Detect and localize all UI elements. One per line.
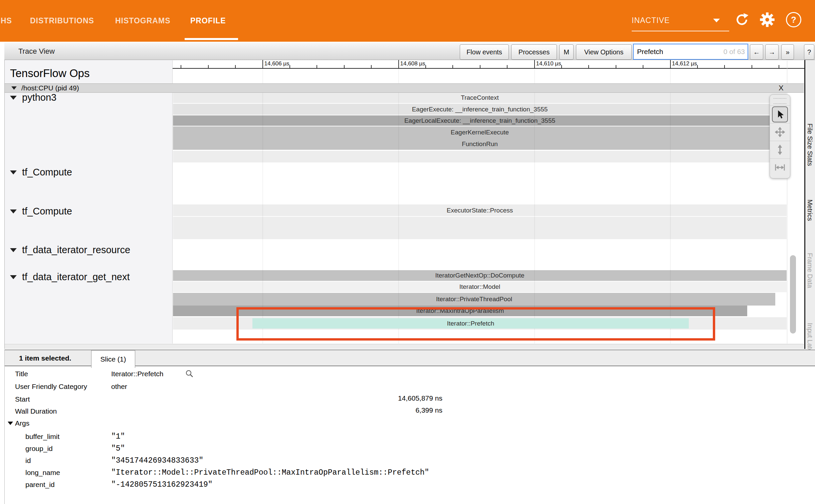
ruler-minor-tick <box>181 65 181 68</box>
track-group-tf-compute-2[interactable]: tf_Compute <box>10 206 72 217</box>
arg-key: parent_id <box>25 480 55 490</box>
details-panel: 1 item selected. Slice (1) Title Iterato… <box>4 350 815 504</box>
event-unlabeled-band[interactable] <box>173 217 787 239</box>
tensorboard-profiler-page: HS DISTRIBUTIONS HISTOGRAMS PROFILE INAC… <box>0 0 815 504</box>
event-trace-context[interactable]: TraceContext <box>173 92 787 103</box>
trace-search-input[interactable] <box>636 47 724 56</box>
help-icon[interactable]: ? <box>785 11 802 28</box>
button-label: Flow events <box>466 48 502 56</box>
event-label: Iterator::PrivateThreadPool <box>436 296 512 303</box>
sidebar-tab-frame-data[interactable]: Frame Data <box>806 253 814 288</box>
pan-icon <box>775 127 785 137</box>
prev-result-button[interactable]: ← <box>750 44 763 60</box>
slice-tab[interactable]: Slice (1) <box>91 350 135 368</box>
tab-profile[interactable]: PROFILE <box>190 0 226 42</box>
event-label: EagerExecute: __inference_train_function… <box>412 106 548 113</box>
slice-tab-label: Slice (1) <box>100 355 126 363</box>
args-expander[interactable]: Args <box>8 418 29 428</box>
field-value-category: other <box>111 382 127 392</box>
track-group-python3[interactable]: python3 <box>10 92 56 103</box>
timing-tool-button[interactable] <box>770 158 790 176</box>
event-iterator-max-intra-op-parallelism[interactable]: Iterator::MaxIntraOpParallelism <box>173 306 747 316</box>
event-label: FunctionRun <box>462 140 498 148</box>
field-label: User Friendly Category <box>15 382 87 392</box>
gridline <box>534 69 535 344</box>
event-iterator-model[interactable]: Iterator::Model <box>173 282 787 292</box>
tab-histograms[interactable]: HISTOGRAMS <box>115 0 170 42</box>
sidebar-tab-file-size-stats[interactable]: File Size Stats <box>806 123 814 166</box>
field-label: Start <box>15 394 30 404</box>
flow-events-button[interactable]: Flow events <box>460 44 509 60</box>
field-value-start: 14,605,879 ns <box>111 394 442 404</box>
event-label: ExecutorState::Process <box>447 207 513 214</box>
trace-help-button[interactable]: ? <box>804 44 814 60</box>
view-options-button[interactable]: View Options <box>576 44 632 60</box>
more-results-button[interactable]: » <box>781 44 794 60</box>
vertical-scrollbar[interactable] <box>790 255 796 334</box>
expander-icon[interactable] <box>11 86 17 90</box>
ruler-minor-tick <box>289 65 290 68</box>
palette-drag-handle[interactable] <box>770 97 790 105</box>
event-label: IteratorGetNextOp::DoCompute <box>435 272 524 279</box>
event-eager-execute[interactable]: EagerExecute: __inference_train_function… <box>173 104 787 115</box>
close-process-icon[interactable]: X <box>779 84 784 92</box>
m-button[interactable]: M <box>559 44 574 60</box>
event-unlabeled-band[interactable] <box>173 151 787 162</box>
arg-value: "345174426934833633" <box>111 456 203 466</box>
event-iterator-prefetch-selected[interactable]: Iterator::Prefetch <box>252 318 689 329</box>
ruler-minor-tick <box>344 65 345 68</box>
expander-icon[interactable] <box>10 170 17 174</box>
expander-icon[interactable] <box>10 275 17 279</box>
ruler-minor-tick <box>752 65 752 68</box>
magnifier-icon[interactable] <box>185 369 194 379</box>
search-result-count: 0 of 63 <box>724 48 745 56</box>
track-group-tf-data-iterator-resource[interactable]: tf_data_iterator_resource <box>10 244 130 256</box>
arg-key: group_id <box>25 444 53 454</box>
event-function-run[interactable]: FunctionRun <box>173 138 787 150</box>
event-eager-local-execute[interactable]: EagerLocalExecute: __inference_train_fun… <box>173 115 787 126</box>
expander-icon[interactable] <box>10 248 17 252</box>
track-group-tf-data-iterator-get-next[interactable]: tf_data_iterator_get_next <box>10 272 130 283</box>
tab-label: HISTOGRAMS <box>115 16 170 25</box>
ruler-major-tick <box>262 60 263 69</box>
event-eager-kernel-execute[interactable]: EagerKernelExecute <box>173 126 787 138</box>
group-label-text: tf_data_iterator_resource <box>22 244 130 256</box>
trace-search-box[interactable]: 0 of 63 <box>633 44 748 60</box>
run-selector-value: INACTIVE <box>632 16 670 25</box>
pan-tool-button[interactable] <box>770 123 790 141</box>
timeline-ruler: 14,606 µs14,608 µs14,610 µs14,612 µs14,6… <box>172 60 808 69</box>
zoom-tool-button[interactable] <box>770 141 790 158</box>
expander-icon[interactable] <box>10 209 17 213</box>
select-tool-button[interactable] <box>770 105 790 123</box>
tab-graphs-clipped[interactable]: HS <box>1 0 12 42</box>
ruler-minor-tick <box>371 65 372 68</box>
ruler-tick-label: 14,608 µs <box>400 60 425 67</box>
expander-icon <box>8 422 13 425</box>
process-header-row[interactable]: /host:CPU (pid 49) X <box>5 83 804 93</box>
track-group-tf-compute-1[interactable]: tf_Compute <box>10 167 72 178</box>
trace-bottom-strip <box>5 344 804 349</box>
refresh-icon[interactable] <box>734 11 750 28</box>
ruler-minor-tick <box>480 65 480 68</box>
gear-icon[interactable] <box>759 11 776 28</box>
run-selector-dropdown[interactable]: INACTIVE <box>632 10 729 31</box>
event-iterator-get-next[interactable]: IteratorGetNextOp::DoCompute <box>173 270 787 281</box>
button-label: M <box>564 48 569 56</box>
sidebar-tab-metrics[interactable]: Metrics <box>806 199 814 221</box>
processes-button[interactable]: Processes <box>511 44 557 60</box>
ruler-minor-tick <box>425 65 426 68</box>
trace-view-titlebar: Trace View Flow events Processes M View … <box>4 42 815 60</box>
active-tab-underline <box>185 38 238 40</box>
event-label: Iterator::MaxIntraOpParallelism <box>416 307 504 315</box>
expander-icon[interactable] <box>10 96 17 100</box>
next-result-button[interactable]: → <box>765 44 779 60</box>
gridline <box>262 69 263 344</box>
event-executor-state-process[interactable]: ExecutorState::Process <box>173 204 787 216</box>
tab-distributions[interactable]: DISTRIBUTIONS <box>30 0 94 42</box>
field-value-title: Iterator::Prefetch <box>111 369 163 379</box>
tab-label: DISTRIBUTIONS <box>30 16 94 25</box>
event-iterator-private-thread-pool[interactable]: Iterator::PrivateThreadPool <box>173 293 775 306</box>
selection-status: 1 item selected. <box>19 350 71 367</box>
group-label-text: python3 <box>22 92 56 103</box>
group-label-text: tf_Compute <box>22 167 72 178</box>
